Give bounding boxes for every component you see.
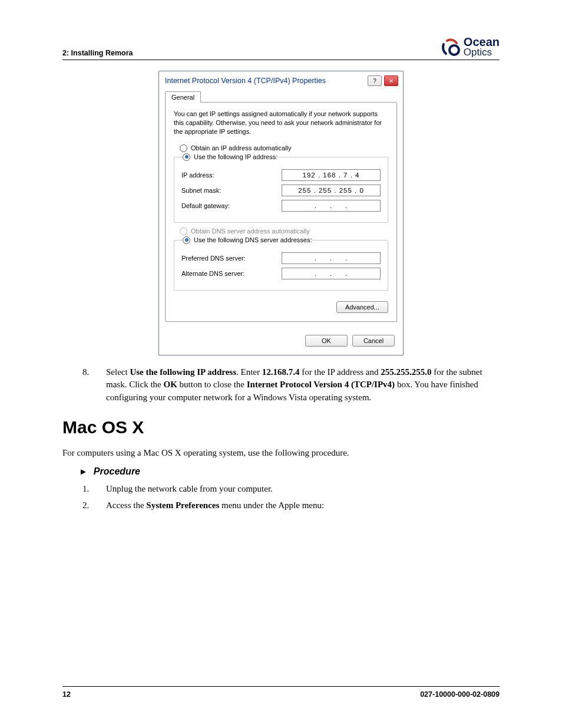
ok-button[interactable]: OK bbox=[305, 335, 348, 347]
step-2: 2. Access the System Preferences menu un… bbox=[62, 499, 500, 512]
preferred-dns-label: Preferred DNS server: bbox=[181, 255, 282, 262]
svg-point-0 bbox=[449, 45, 459, 55]
header-divider bbox=[62, 60, 500, 60]
step-8: 8. Select Use the following IP address. … bbox=[62, 366, 500, 404]
step-body: Access the System Preferences menu under… bbox=[106, 499, 500, 512]
dialog-title: Internet Protocol Version 4 (TCP/IPv4) P… bbox=[165, 77, 326, 85]
radio-obtain-dns-auto-label: Obtain DNS server address automatically bbox=[191, 228, 310, 235]
step-body: Unplug the network cable from your compu… bbox=[106, 483, 500, 496]
ip-address-field[interactable]: 192 . 168 . 7 . 4 bbox=[282, 169, 381, 181]
preferred-dns-field[interactable]: ... bbox=[282, 252, 381, 264]
page-number: 12 bbox=[62, 690, 71, 699]
ipv4-properties-dialog: Internet Protocol Version 4 (TCP/IPv4) P… bbox=[158, 71, 404, 355]
section-label: 2: Installing Remora bbox=[62, 49, 133, 57]
procedure-label: Procedure bbox=[94, 466, 140, 477]
help-icon[interactable]: ? bbox=[368, 75, 382, 86]
heading-mac-os-x: Mac OS X bbox=[62, 417, 500, 437]
radio-obtain-dns-auto: Obtain DNS server address automatically bbox=[180, 228, 388, 235]
radio-obtain-ip-auto[interactable]: Obtain an IP address automatically bbox=[180, 144, 388, 152]
procedure-arrow-icon: ► bbox=[79, 466, 88, 476]
step-number: 2. bbox=[82, 499, 95, 512]
procedure-heading: ► Procedure bbox=[79, 466, 500, 477]
brand-bottom: Optics bbox=[464, 48, 500, 57]
advanced-button[interactable]: Advanced... bbox=[336, 301, 388, 313]
intro-paragraph: For computers using a Mac OS X operating… bbox=[62, 448, 500, 458]
document-number: 027-10000-000-02-0809 bbox=[420, 690, 500, 699]
ip-address-label: IP address: bbox=[181, 172, 282, 179]
dns-fieldset: Use the following DNS server addresses: … bbox=[174, 236, 388, 291]
default-gateway-label: Default gateway: bbox=[181, 202, 282, 209]
radio-use-following-ip-label: Use the following IP address: bbox=[194, 153, 277, 160]
footer-divider bbox=[62, 686, 500, 687]
radio-use-following-ip[interactable]: Use the following IP address: bbox=[183, 153, 277, 161]
dialog-intro-text: You can get IP settings assigned automat… bbox=[174, 110, 388, 136]
radio-use-following-dns-label: Use the following DNS server addresses: bbox=[194, 236, 312, 243]
subnet-mask-label: Subnet mask: bbox=[181, 187, 282, 194]
subnet-mask-field[interactable]: 255 . 255 . 255 . 0 bbox=[282, 185, 381, 196]
cancel-button[interactable]: Cancel bbox=[352, 335, 395, 347]
alternate-dns-field[interactable]: ... bbox=[282, 268, 381, 279]
step-number: 8. bbox=[82, 366, 95, 404]
default-gateway-field[interactable]: ... bbox=[282, 200, 381, 212]
logo-icon bbox=[441, 37, 461, 57]
alternate-dns-label: Alternate DNS server: bbox=[181, 270, 282, 277]
close-icon[interactable]: ✕ bbox=[384, 75, 398, 86]
radio-obtain-ip-auto-label: Obtain an IP address automatically bbox=[191, 144, 291, 151]
step-number: 1. bbox=[82, 483, 95, 496]
brand-logo: Ocean Optics bbox=[441, 37, 500, 57]
step-1: 1. Unplug the network cable from your co… bbox=[62, 483, 500, 496]
radio-use-following-dns[interactable]: Use the following DNS server addresses: bbox=[183, 236, 312, 244]
tab-general[interactable]: General bbox=[165, 91, 201, 103]
ip-fieldset: Use the following IP address: IP address… bbox=[174, 153, 388, 223]
